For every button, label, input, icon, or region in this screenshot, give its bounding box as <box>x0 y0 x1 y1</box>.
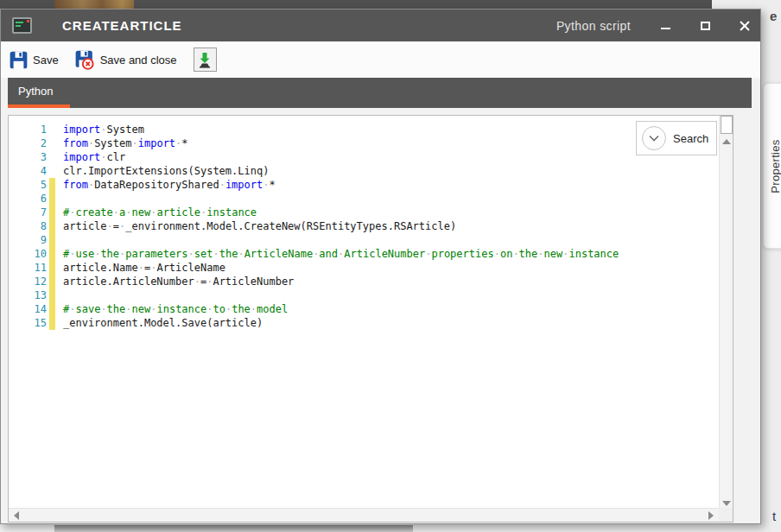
code-text: #·create·a·new·article·instance <box>55 206 257 219</box>
minimize-button[interactable] <box>657 16 674 36</box>
change-tracking-bar <box>49 164 55 178</box>
save-and-close-icon <box>75 50 95 70</box>
toolbar: Save Save and close <box>1 41 760 78</box>
window-controls <box>657 16 753 36</box>
code-text: _environment.Model.Save(article) <box>55 316 263 330</box>
change-tracking-bar <box>49 136 55 150</box>
tab-python[interactable]: Python <box>8 78 70 108</box>
change-tracking-bar <box>49 192 55 206</box>
title-bar[interactable]: CREATEARTICLE Python script <box>1 10 760 41</box>
code-text: article·=·_environment.Model.CreateNew(R… <box>55 219 456 233</box>
script-window-icon <box>12 17 32 34</box>
scrollbar-corner <box>719 508 733 522</box>
save-label: Save <box>33 54 59 66</box>
scroll-right-icon[interactable] <box>708 511 714 520</box>
save-floppy-icon <box>10 51 28 69</box>
background-bottom-left <box>0 524 54 532</box>
line-number: 6 <box>9 192 47 206</box>
code-text: from·DataRepositoryShared·import·* <box>55 178 276 192</box>
line-number: 8 <box>9 219 47 233</box>
code-line: 2from·System·import·* <box>9 136 719 150</box>
code-text: article.ArticleNumber·=·ArticleNumber <box>55 275 294 288</box>
scroll-down-icon[interactable] <box>722 501 731 506</box>
change-tracking-bar <box>49 302 55 316</box>
python-code-editor: 1import·System2from·System·import·*3impo… <box>8 115 733 522</box>
change-tracking-bar <box>49 247 55 261</box>
code-line: 5from·DataRepositoryShared·import·* <box>9 178 719 192</box>
code-text: import·clr <box>55 150 125 164</box>
screenshot-root: e t Properties CREATEARTICLE Python scri… <box>0 0 781 532</box>
code-line: 1import·System <box>9 123 719 136</box>
change-tracking-bar <box>49 219 55 233</box>
code-line: 14#·save·the·new·instance·to·the·model <box>9 302 719 316</box>
search-options-button[interactable] <box>642 126 666 150</box>
change-tracking-bar <box>49 123 55 136</box>
line-number: 15 <box>9 316 47 330</box>
code-line: 11article.Name·=·ArticleName <box>9 261 719 275</box>
chevron-down-icon <box>649 135 659 142</box>
change-tracking-bar <box>49 275 55 288</box>
search-input[interactable]: Search <box>673 132 708 145</box>
background-bottom-bar <box>54 525 413 532</box>
line-number: 4 <box>9 164 47 178</box>
change-tracking-bar <box>49 288 55 302</box>
scroll-up-icon[interactable] <box>722 139 731 144</box>
code-text <box>55 233 63 247</box>
change-tracking-bar <box>49 261 55 275</box>
change-tracking-bar <box>49 206 55 219</box>
import-download-icon <box>197 52 213 68</box>
change-tracking-bar <box>49 150 55 164</box>
code-text: #·save·the·new·instance·to·the·model <box>55 302 288 316</box>
close-icon <box>740 21 750 31</box>
save-button[interactable]: Save <box>10 51 59 69</box>
line-number: 9 <box>9 233 47 247</box>
minimize-icon <box>661 28 670 29</box>
code-text: import·System <box>55 123 144 136</box>
editor-tab-bar: Python <box>8 78 752 108</box>
code-line: 4clr.ImportExtensions(System.Linq) <box>9 164 719 178</box>
change-tracking-bar <box>49 316 55 330</box>
background-text-fragment-bottom: t <box>772 509 776 523</box>
close-button[interactable] <box>736 16 753 36</box>
line-number: 13 <box>9 288 47 302</box>
background-text-fragment-top: e <box>770 9 777 23</box>
code-line: 7#·create·a·new·article·instance <box>9 206 719 219</box>
line-number: 10 <box>9 247 47 261</box>
line-number: 1 <box>9 123 47 136</box>
scroll-left-icon[interactable] <box>14 511 19 520</box>
python-script-dialog: CREATEARTICLE Python script Save <box>0 9 761 524</box>
scrollbar-split-grip[interactable] <box>721 116 733 134</box>
line-number: 2 <box>9 136 47 150</box>
search-panel[interactable]: Search <box>636 121 717 155</box>
save-and-close-label: Save and close <box>100 54 177 66</box>
maximize-button[interactable] <box>696 16 714 36</box>
code-text <box>55 192 63 206</box>
line-number: 14 <box>9 302 47 316</box>
code-text: article.Name·=·ArticleName <box>55 261 225 275</box>
code-text <box>55 288 63 302</box>
line-number: 3 <box>9 150 47 164</box>
background-photo-fragment <box>54 0 134 9</box>
vertical-scrollbar[interactable] <box>719 116 733 508</box>
horizontal-scrollbar[interactable] <box>9 508 719 522</box>
window-type-label: Python script <box>556 19 631 33</box>
code-line: 13 <box>9 288 719 302</box>
change-tracking-bar <box>49 233 55 247</box>
code-text: clr.ImportExtensions(System.Linq) <box>55 164 269 178</box>
code-text: from·System·import·* <box>55 136 188 150</box>
code-line: 6 <box>9 192 719 206</box>
maximize-icon <box>701 22 710 30</box>
import-script-button[interactable] <box>194 48 217 72</box>
code-lines[interactable]: 1import·System2from·System·import·*3impo… <box>9 116 719 508</box>
code-line: 3import·clr <box>9 150 719 164</box>
code-line: 15_environment.Model.Save(article) <box>9 316 719 330</box>
line-number: 7 <box>9 206 47 219</box>
tab-python-label: Python <box>18 85 53 98</box>
code-text: #·use·the·parameters·set·the·ArticleName… <box>55 247 619 261</box>
window-title: CREATEARTICLE <box>62 18 182 33</box>
save-and-close-button[interactable]: Save and close <box>75 50 177 70</box>
code-line: 10#·use·the·parameters·set·the·ArticleNa… <box>9 247 719 261</box>
code-line: 12article.ArticleNumber·=·ArticleNumber <box>9 275 719 288</box>
code-line: 9 <box>9 233 719 247</box>
properties-side-tab[interactable]: Properties <box>763 83 781 249</box>
